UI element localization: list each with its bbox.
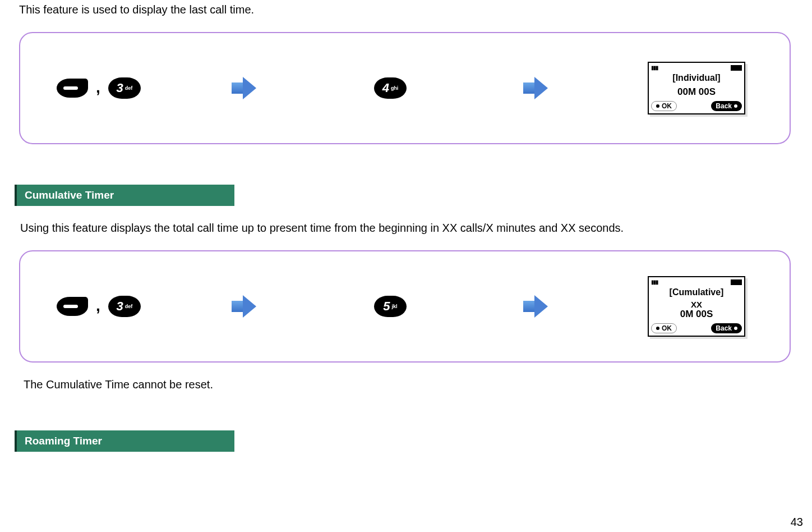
section-body-cumulative: Using this feature displays the total ca…	[20, 222, 801, 235]
separator-comma: ,	[96, 79, 100, 99]
screen-back-label: Back	[711, 101, 742, 111]
key-digit: 3	[117, 81, 123, 95]
menu-key-icon	[57, 79, 88, 98]
menu-key-icon	[57, 297, 88, 316]
arrow-right-icon	[232, 77, 257, 99]
phone-screen-cumulative: [Cumulative] XX 0M 00S OK Back	[648, 276, 745, 337]
screen-ok-label: OK	[651, 101, 677, 111]
signal-icon	[651, 64, 658, 71]
key-sub: jkl	[392, 304, 398, 309]
screen-ok-label: OK	[651, 323, 677, 333]
section-heading-cumulative: Cumulative Timer	[15, 185, 234, 206]
arrow-right-icon	[232, 295, 257, 318]
battery-icon	[731, 65, 742, 71]
key-sequence-1: , 3 def	[26, 77, 172, 99]
key-sub: def	[125, 86, 133, 91]
screen-timer-value: 00M 00S	[649, 86, 744, 100]
screen-back-label: Back	[711, 323, 742, 333]
signal-icon	[651, 278, 658, 285]
arrow-right-icon	[523, 295, 549, 318]
keypad-5-icon: 5 jkl	[374, 296, 407, 317]
screen-timer-value: 0M 00S	[649, 309, 744, 322]
section-heading-roaming: Roaming Timer	[15, 430, 234, 452]
step-box-individual: , 3 def 4 ghi [Individual] 00M 00S OK Ba…	[19, 32, 791, 144]
key-sequence-2: , 3 def	[26, 296, 172, 317]
step-box-cumulative: , 3 def 5 jkl [Cumulative] XX 0M 00S OK …	[19, 250, 791, 363]
keypad-4-icon: 4 ghi	[374, 77, 407, 99]
keypad-3-icon: 3 def	[108, 296, 141, 317]
screen-call-count: XX	[649, 301, 744, 309]
phone-screen-individual: [Individual] 00M 00S OK Back	[648, 62, 745, 114]
note-cumulative: The Cumulative Time cannot be reset.	[24, 378, 801, 391]
key-digit: 4	[382, 81, 389, 95]
key-digit: 5	[383, 299, 390, 314]
key-digit: 3	[117, 299, 123, 314]
key-sub: def	[125, 304, 133, 309]
page-number: 43	[791, 516, 803, 529]
arrow-right-icon	[523, 77, 549, 99]
separator-comma: ,	[96, 297, 100, 317]
key-sub: ghi	[391, 86, 399, 91]
keypad-3-icon: 3 def	[108, 77, 141, 99]
intro-text: This feature is used to display the last…	[19, 3, 801, 16]
screen-title: [Cumulative]	[649, 286, 744, 301]
battery-icon	[731, 279, 742, 285]
screen-title: [Individual]	[649, 72, 744, 86]
